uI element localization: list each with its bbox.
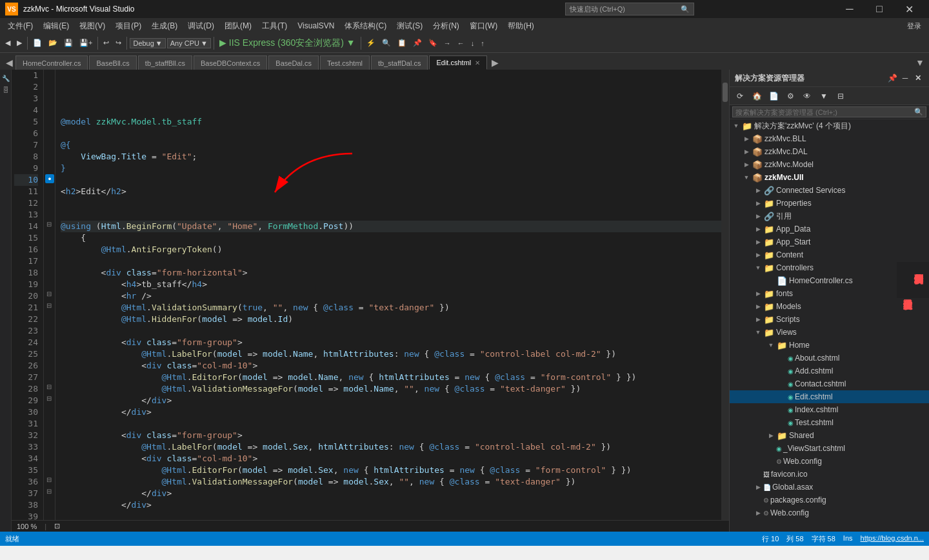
tab-scroll-right[interactable]: ▶ (488, 55, 501, 70)
restore-button[interactable]: □ (864, 0, 894, 18)
tree-about[interactable]: ◉ About.cshtml (730, 352, 929, 365)
tree-appstart[interactable]: ▶ 📁 App_Start (730, 235, 929, 248)
back-button[interactable]: ◀ (3, 37, 13, 48)
menu-build[interactable]: 生成(B) (146, 18, 183, 34)
scroll-thumb[interactable] (723, 83, 728, 102)
toolbar-icon-9[interactable]: ↑ (478, 38, 487, 48)
tree-shared[interactable]: ▶ 📁 Shared (730, 429, 929, 442)
toolbar-icon-2[interactable]: 🔍 (379, 37, 394, 48)
quick-search-input[interactable]: 快速启动 (Ctrl+Q) (570, 5, 681, 14)
tab-basedbcontext[interactable]: BaseDBContext.cs (194, 55, 267, 70)
home-button[interactable]: 🏠 (749, 89, 764, 103)
run-button[interactable]: ▶ IIS Express (360安全浏览器) ▼ (217, 36, 358, 50)
tree-solution[interactable]: ▼ 📁 解决方案'zzkMvc' (4 个项目) (730, 119, 929, 132)
forward-button[interactable]: ▶ (14, 37, 25, 48)
toolbar-icon-5[interactable]: 🔖 (426, 37, 440, 48)
tree-contact[interactable]: ◉ Contact.cshtml (730, 377, 929, 390)
tab-edit[interactable]: Edit.cshtml ✕ (429, 55, 487, 70)
tree-content[interactable]: ▶ 📁 Content (730, 248, 929, 261)
menu-file[interactable]: 文件(F) (3, 18, 38, 34)
tab-menu-button[interactable]: ▼ (914, 55, 926, 70)
fold-14[interactable]: ⊟ (46, 221, 52, 228)
menu-analyze[interactable]: 分析(N) (428, 18, 464, 34)
tree-bll[interactable]: ▶ 📦 zzkMvc.BLL (730, 132, 929, 145)
tree-home-folder[interactable]: ▼ 📁 Home (730, 339, 929, 352)
panel-minimize-button[interactable]: ─ (899, 72, 911, 84)
tree-webconfig-root[interactable]: ▶ ⚙ Web.config (730, 506, 929, 519)
fold-20[interactable]: ⊟ (46, 290, 52, 297)
toolbar-icon-4[interactable]: 📌 (410, 37, 425, 48)
open-button[interactable]: 📂 (46, 37, 60, 48)
panel-close-button[interactable]: ✕ (912, 72, 924, 84)
collapse-all-button[interactable]: ⊟ (833, 89, 848, 103)
toolbar-icon-3[interactable]: 📋 (395, 37, 409, 48)
tree-index[interactable]: ◉ Index.cshtml (730, 403, 929, 416)
toolbox-icon[interactable]: 🔧 (1, 74, 10, 83)
tree-fonts[interactable]: ▶ 📁 fonts (730, 287, 929, 300)
tree-add[interactable]: ◉ Add.cshtml (730, 365, 929, 377)
tree-favicon[interactable]: 🖼 favicon.ico (730, 468, 929, 481)
tab-homecontroller[interactable]: HomeController.cs (15, 55, 88, 70)
menu-team[interactable]: 团队(M) (219, 18, 257, 34)
menu-architecture[interactable]: 体系结构(C) (339, 18, 392, 34)
redo-button[interactable]: ↪ (113, 37, 124, 48)
config-dropdown[interactable]: Debug ▼ (130, 38, 165, 48)
tab-tbstaffbll[interactable]: tb_staffBll.cs (138, 55, 192, 70)
tab-basedal[interactable]: BaseDal.cs (268, 55, 319, 70)
code-content[interactable]: @model zzkMvc.Model.tb_staff @{ ViewBag.… (55, 70, 729, 520)
toolbar-icon-7[interactable]: ← (455, 38, 467, 48)
tree-model[interactable]: ▶ 📦 zzkMvc.Model (730, 158, 929, 171)
filter-button[interactable]: ▼ (816, 89, 832, 103)
fold-22[interactable]: ⊟ (46, 302, 52, 309)
show-all-files-button[interactable]: 📄 (766, 89, 781, 103)
tree-references[interactable]: ▶ 🔗 引用 (730, 210, 929, 223)
server-explorer-icon[interactable]: 🗄 (1, 85, 10, 94)
menu-tools[interactable]: 工具(T) (257, 18, 292, 34)
status-url[interactable]: https://blog.csdn.n... (861, 534, 924, 544)
tree-webconfig-views[interactable]: ⚙ Web.config (730, 455, 929, 468)
new-project-button[interactable]: 📄 (30, 37, 45, 48)
tree-controllers[interactable]: ▼ 📁 Controllers (730, 261, 929, 274)
fold-38[interactable]: ⊟ (46, 488, 52, 495)
tree-edit[interactable]: ◉ Edit.cshtml (730, 390, 929, 403)
menu-visualsvn[interactable]: VisualSVN (292, 18, 339, 34)
undo-button[interactable]: ↩ (101, 37, 112, 48)
minimize-button[interactable]: ─ (835, 0, 864, 18)
preview-button[interactable]: 👁 (799, 89, 815, 103)
tree-connected-services[interactable]: ▶ 🔗 Connected Services (730, 184, 929, 197)
tree-test[interactable]: ◉ Test.cshtml (730, 416, 929, 429)
save-button[interactable]: 💾 (61, 37, 75, 48)
tree-packages[interactable]: ⚙ packages.config (730, 494, 929, 506)
login-label[interactable]: 登录 (907, 21, 926, 31)
menu-help[interactable]: 帮助(H) (503, 18, 539, 34)
search-input[interactable] (735, 108, 914, 116)
sync-button[interactable]: ⟳ (732, 89, 748, 103)
menu-project[interactable]: 项目(P) (110, 18, 146, 34)
menu-test[interactable]: 测试(S) (392, 18, 428, 34)
fold-28[interactable]: ⊟ (46, 383, 52, 390)
pin-button[interactable]: 📌 (886, 72, 898, 84)
fold-36[interactable]: ⊟ (46, 476, 52, 483)
properties-button[interactable]: ⚙ (783, 89, 798, 103)
tree-properties[interactable]: ▶ 📁 Properties (730, 197, 929, 210)
tree-viewstart[interactable]: ◉ _ViewStart.cshtml (730, 442, 929, 455)
tree-models[interactable]: ▶ 📁 Models (730, 300, 929, 313)
tab-basebll[interactable]: BaseBll.cs (89, 55, 136, 70)
tree-global[interactable]: ▶ 📄 Global.asax (730, 481, 929, 494)
vertical-scrollbar[interactable] (721, 70, 729, 520)
tree-scripts[interactable]: ▶ 📁 Scripts (730, 313, 929, 326)
tree-homecontroller[interactable]: 📄 HomeController.cs (730, 274, 929, 287)
tree-appdata[interactable]: ▶ 📁 App_Data (730, 223, 929, 235)
save-all-button[interactable]: 💾+ (77, 37, 95, 48)
tab-tbstaffdal[interactable]: tb_staffDal.cs (371, 55, 428, 70)
menu-debug[interactable]: 调试(D) (183, 18, 219, 34)
toolbar-icon-6[interactable]: → (441, 38, 454, 48)
tree-uii[interactable]: ▼ 📦 zzkMvc.UII (730, 171, 929, 184)
tab-close-icon[interactable]: ✕ (475, 59, 480, 66)
tab-scroll-left[interactable]: ◀ (3, 55, 15, 70)
menu-edit[interactable]: 编辑(E) (38, 18, 74, 34)
close-button[interactable]: ✕ (894, 0, 924, 18)
tree-views[interactable]: ▼ 📁 Views (730, 326, 929, 339)
menu-window[interactable]: 窗口(W) (464, 18, 503, 34)
platform-dropdown[interactable]: Any CPU ▼ (167, 38, 211, 48)
